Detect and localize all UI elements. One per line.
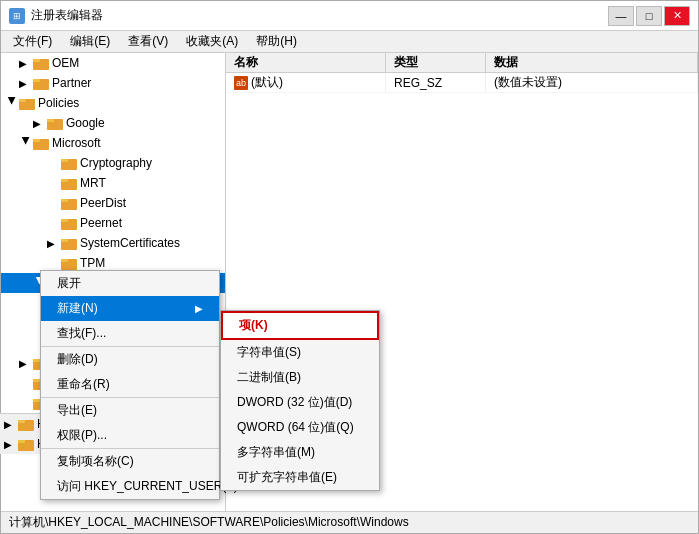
tree-item-peernet[interactable]: ▶ Peernet (1, 213, 225, 233)
cell-name: ab (默认) (226, 73, 386, 92)
tree-item-mrt[interactable]: ▶ MRT (1, 173, 225, 193)
svg-rect-1 (33, 59, 40, 62)
menu-file[interactable]: 文件(F) (5, 31, 60, 52)
window-title: 注册表编辑器 (31, 7, 103, 24)
folder-icon (61, 176, 77, 190)
ctx-new[interactable]: 新建(N) ▶ (41, 296, 219, 321)
ctx-expand-label: 展开 (57, 275, 81, 292)
submenu-binary-label: 二进制值(B) (237, 370, 301, 384)
tree-item-cryptography[interactable]: ▶ Cryptography (1, 153, 225, 173)
arrow-icon: ▶ (4, 419, 18, 430)
content-header: 名称 类型 数据 (226, 53, 698, 73)
ctx-access[interactable]: 访问 HKEY_CURRENT_USER(T) (41, 474, 219, 499)
arrow-icon: ▶ (21, 136, 32, 150)
tree-item-label: Microsoft (52, 136, 225, 150)
menu-edit[interactable]: 编辑(E) (62, 31, 118, 52)
svg-rect-9 (33, 139, 40, 142)
content-row-default[interactable]: ab (默认) REG_SZ (数值未设置) (226, 73, 698, 93)
ctx-export[interactable]: 导出(E) (41, 397, 219, 423)
col-data-header: 数据 (486, 53, 698, 72)
arrow-icon: ▶ (47, 238, 61, 249)
status-path: 计算机\HKEY_LOCAL_MACHINE\SOFTWARE\Policies… (9, 514, 409, 531)
window-controls: — □ ✕ (608, 6, 690, 26)
tree-item-partner[interactable]: ▶ Partner (1, 73, 225, 93)
submenu-item-string[interactable]: 字符串值(S) (221, 340, 379, 365)
folder-icon (61, 216, 77, 230)
tree-item-label: PeerDist (80, 196, 225, 210)
registry-editor-window: ⊞ 注册表编辑器 — □ ✕ 文件(F) 编辑(E) 查看(V) 收藏夹(A) … (0, 0, 699, 534)
svg-rect-21 (61, 259, 68, 262)
col-type-header: 类型 (386, 53, 486, 72)
tree-item-oem[interactable]: ▶ OEM (1, 53, 225, 73)
arrow-icon: ▶ (7, 96, 18, 110)
submenu-expandstring-label: 可扩充字符串值(E) (237, 470, 337, 484)
folder-icon (33, 76, 49, 90)
arrow-icon: ▶ (19, 358, 33, 369)
folder-icon (18, 437, 34, 451)
ctx-delete[interactable]: 删除(D) (41, 346, 219, 372)
submenu-arrow-icon: ▶ (195, 303, 203, 314)
menu-view[interactable]: 查看(V) (120, 31, 176, 52)
context-menu: 展开 新建(N) ▶ 查找(F)... 删除(D) 重命名(R) 导出(E) 权… (40, 270, 220, 500)
tree-item-policies[interactable]: ▶ Policies (1, 93, 225, 113)
submenu-multistring-label: 多字符串值(M) (237, 445, 315, 459)
ctx-export-label: 导出(E) (57, 402, 97, 419)
submenu-item-multistring[interactable]: 多字符串值(M) (221, 440, 379, 465)
ctx-copy[interactable]: 复制项名称(C) (41, 448, 219, 474)
submenu-qword-label: QWORD (64 位)值(Q) (237, 420, 354, 434)
folder-icon (18, 417, 34, 431)
arrow-icon: ▶ (33, 118, 47, 129)
svg-rect-41 (18, 440, 25, 443)
ctx-permissions[interactable]: 权限(P)... (41, 423, 219, 448)
tree-item-label: Google (66, 116, 225, 130)
submenu-dword-label: DWORD (32 位)值(D) (237, 395, 352, 409)
menu-help[interactable]: 帮助(H) (248, 31, 305, 52)
ctx-permissions-label: 权限(P)... (57, 427, 107, 444)
tree-item-label: Peernet (80, 216, 225, 230)
tree-item-label: MRT (80, 176, 225, 190)
minimize-button[interactable]: — (608, 6, 634, 26)
menu-favorites[interactable]: 收藏夹(A) (178, 31, 246, 52)
tree-item-peerdist[interactable]: ▶ PeerDist (1, 193, 225, 213)
svg-rect-35 (33, 399, 40, 402)
title-bar: ⊞ 注册表编辑器 — □ ✕ (1, 1, 698, 31)
svg-rect-5 (19, 99, 26, 102)
ctx-access-label: 访问 HKEY_CURRENT_USER(T) (57, 478, 238, 495)
svg-rect-17 (61, 219, 68, 222)
submenu-item-binary[interactable]: 二进制值(B) (221, 365, 379, 390)
tree-item-google[interactable]: ▶ Google (1, 113, 225, 133)
svg-rect-15 (61, 199, 68, 202)
tree-item-label: Policies (38, 96, 225, 110)
ctx-rename[interactable]: 重命名(R) (41, 372, 219, 397)
tree-item-label: OEM (52, 56, 225, 70)
svg-rect-3 (33, 79, 40, 82)
status-bar: 计算机\HKEY_LOCAL_MACHINE\SOFTWARE\Policies… (1, 511, 698, 533)
arrow-icon: ▶ (4, 439, 18, 450)
submenu-string-label: 字符串值(S) (237, 345, 301, 359)
app-icon: ⊞ (9, 8, 25, 24)
menu-bar: 文件(F) 编辑(E) 查看(V) 收藏夹(A) 帮助(H) (1, 31, 698, 53)
arrow-icon: ▶ (19, 58, 33, 69)
submenu-item-qword[interactable]: QWORD (64 位)值(Q) (221, 415, 379, 440)
submenu: 项(K) 字符串值(S) 二进制值(B) DWORD (32 位)值(D) QW… (220, 310, 380, 491)
tree-item-systemcerts[interactable]: ▶ SystemCertificates (1, 233, 225, 253)
ctx-rename-label: 重命名(R) (57, 376, 110, 393)
ctx-expand[interactable]: 展开 (41, 271, 219, 296)
folder-icon (61, 256, 77, 270)
submenu-item-key[interactable]: 项(K) (221, 311, 379, 340)
ctx-find[interactable]: 查找(F)... (41, 321, 219, 346)
ctx-new-label: 新建(N) (57, 300, 98, 317)
svg-rect-33 (33, 379, 40, 382)
submenu-item-expandstring[interactable]: 可扩充字符串值(E) (221, 465, 379, 490)
tree-item-label: Partner (52, 76, 225, 90)
tree-item-microsoft[interactable]: ▶ Microsoft (1, 133, 225, 153)
maximize-button[interactable]: □ (636, 6, 662, 26)
tree-item-label: Cryptography (80, 156, 225, 170)
folder-icon (61, 196, 77, 210)
ctx-copy-label: 复制项名称(C) (57, 453, 134, 470)
close-button[interactable]: ✕ (664, 6, 690, 26)
svg-rect-13 (61, 179, 68, 182)
submenu-key-label: 项(K) (239, 318, 268, 332)
cell-data: (数值未设置) (486, 73, 698, 92)
submenu-item-dword[interactable]: DWORD (32 位)值(D) (221, 390, 379, 415)
